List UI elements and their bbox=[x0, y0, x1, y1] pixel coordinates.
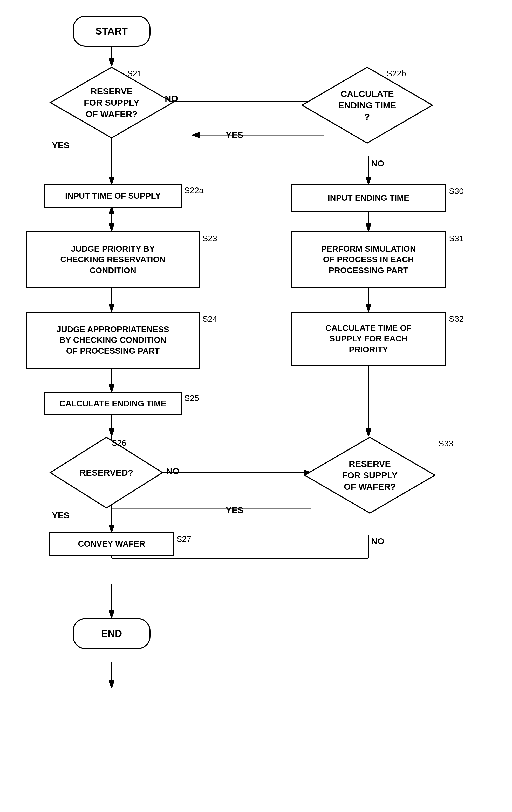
s33-yes-label: YES bbox=[226, 505, 243, 515]
s26-decision: RESERVED? bbox=[49, 436, 163, 509]
s23-process: JUDGE PRIORITY BYCHECKING RESERVATIONCON… bbox=[26, 231, 200, 288]
s30-process: INPUT ENDING TIME bbox=[291, 184, 446, 212]
s22b-text: CALCULATEENDING TIME? bbox=[338, 88, 396, 122]
s33-text: RESERVEFOR SUPPLYOF WAFER? bbox=[342, 458, 397, 493]
s25-step-label: S25 bbox=[184, 394, 199, 403]
s21-decision: RESERVEFOR SUPPLYOF WAFER? bbox=[49, 66, 174, 139]
s33-step-label: S33 bbox=[439, 439, 453, 448]
s24-process: JUDGE APPROPRIATENESSBY CHECKING CONDITI… bbox=[26, 312, 200, 369]
s21-text: RESERVEFOR SUPPLYOF WAFER? bbox=[84, 85, 139, 120]
s23-step-label: S23 bbox=[203, 234, 217, 243]
s24-step-label: S24 bbox=[203, 314, 217, 324]
s33-no-label: NO bbox=[371, 536, 384, 546]
flowchart: START RESERVEFOR SUPPLYOF WAFER? S21 CAL… bbox=[0, 0, 512, 812]
s22b-no-label: NO bbox=[371, 158, 384, 169]
s32-process: CALCULATE TIME OFSUPPLY FOR EACHPRIORITY bbox=[291, 312, 446, 366]
end-terminal: END bbox=[73, 618, 151, 649]
s26-no-label: NO bbox=[166, 466, 179, 476]
s27-process: CONVEY WAFER bbox=[49, 532, 174, 556]
s26-step-label: S26 bbox=[112, 438, 126, 448]
s33-decision: RESERVEFOR SUPPLYOF WAFER? bbox=[304, 436, 436, 514]
s26-yes-label: YES bbox=[52, 510, 69, 520]
s21-step-label: S21 bbox=[127, 69, 142, 79]
s22a-step-label: S22a bbox=[184, 186, 204, 195]
s31-step-label: S31 bbox=[449, 234, 464, 243]
s22a-process: INPUT TIME OF SUPPLY bbox=[44, 184, 182, 208]
s22b-yes-label: YES bbox=[226, 130, 243, 140]
start-label: START bbox=[95, 26, 128, 37]
s27-step-label: S27 bbox=[177, 534, 191, 544]
s32-step-label: S32 bbox=[449, 314, 464, 324]
s30-step-label: S30 bbox=[449, 186, 464, 196]
s22b-step-label: S22b bbox=[387, 69, 406, 79]
s26-text: RESERVED? bbox=[80, 467, 133, 478]
end-label: END bbox=[101, 628, 122, 639]
s31-process: PERFORM SIMULATIONOF PROCESS IN EACHPROC… bbox=[291, 231, 446, 288]
s21-yes-label: YES bbox=[52, 140, 69, 150]
start-terminal: START bbox=[73, 16, 151, 47]
s25-process: CALCULATE ENDING TIME bbox=[44, 392, 182, 415]
s21-no-label: NO bbox=[165, 93, 178, 104]
s22b-decision: CALCULATEENDING TIME? bbox=[301, 66, 433, 144]
